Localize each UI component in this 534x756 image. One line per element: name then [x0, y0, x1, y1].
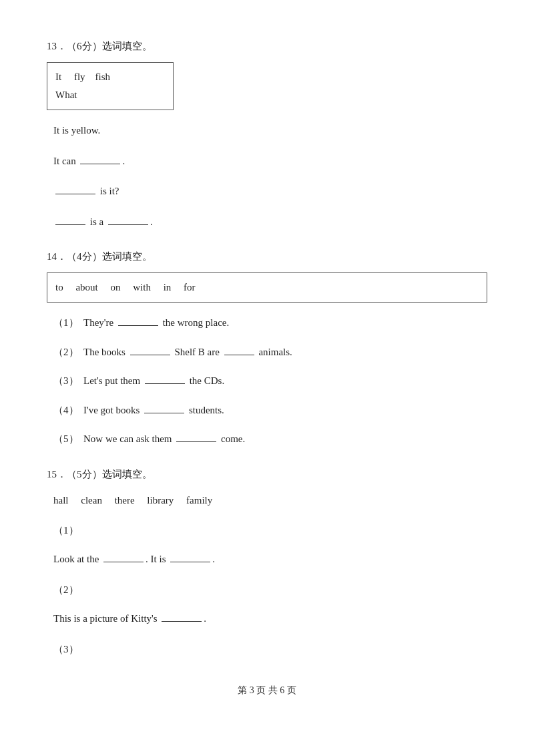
q15-word-box: hall clean there library family: [47, 490, 487, 510]
q15-title: 15．（5分）选词填空。: [47, 468, 487, 481]
q15-item1-text: Look at the . It is .: [47, 551, 487, 568]
q14-item3: （3） Let's put them the CDs.: [47, 373, 487, 390]
blank: [145, 383, 185, 384]
blank: [103, 562, 144, 562]
blank: [55, 224, 85, 225]
blank: [118, 325, 158, 326]
blank: [80, 164, 120, 164]
q14-item1: （1） They're the wrong place.: [47, 315, 487, 332]
q15-item2-num: （2）: [47, 582, 487, 599]
q15-item2-text: This is a picture of Kitty's .: [47, 610, 487, 628]
q13-title: 13．（6分）选词填空。: [47, 40, 487, 53]
question-14: 14．（4分）选词填空。 to about on with in for （1）…: [47, 250, 487, 448]
blank: [176, 441, 216, 442]
q13-words: It fly fishWhat: [55, 71, 110, 100]
q15-item3-num: （3）: [47, 641, 487, 658]
q13-s1: It is yellow.: [47, 122, 487, 140]
q13-s2: It can .: [47, 153, 487, 170]
q14-title: 14．（4分）选词填空。: [47, 250, 487, 263]
blank: [144, 413, 184, 413]
q13-s4: is a .: [47, 214, 487, 231]
blank: [55, 194, 95, 194]
page-footer: 第 3 页 共 6 页: [47, 685, 487, 697]
q14-word-box: to about on with in for: [47, 272, 487, 303]
blank: [162, 621, 202, 622]
q14-words: to about on with in for: [55, 282, 196, 293]
blank: [224, 355, 254, 355]
blank: [108, 224, 148, 225]
footer-text: 第 3 页 共 6 页: [238, 685, 296, 695]
q13-word-box: It fly fishWhat: [47, 62, 174, 110]
question-13: 13．（6分）选词填空。 It fly fishWhat It is yello…: [47, 40, 487, 230]
blank: [130, 355, 170, 355]
question-15: 15．（5分）选词填空。 hall clean there library fa…: [47, 468, 487, 658]
q13-s3: is it?: [47, 183, 487, 200]
q14-item5: （5） Now we can ask them come.: [47, 431, 487, 448]
q14-item4: （4） I've got books students.: [47, 402, 487, 419]
blank: [170, 562, 210, 562]
q14-item2: （2） The books Shelf B are animals.: [47, 344, 487, 361]
q15-item1-num: （1）: [47, 522, 487, 540]
